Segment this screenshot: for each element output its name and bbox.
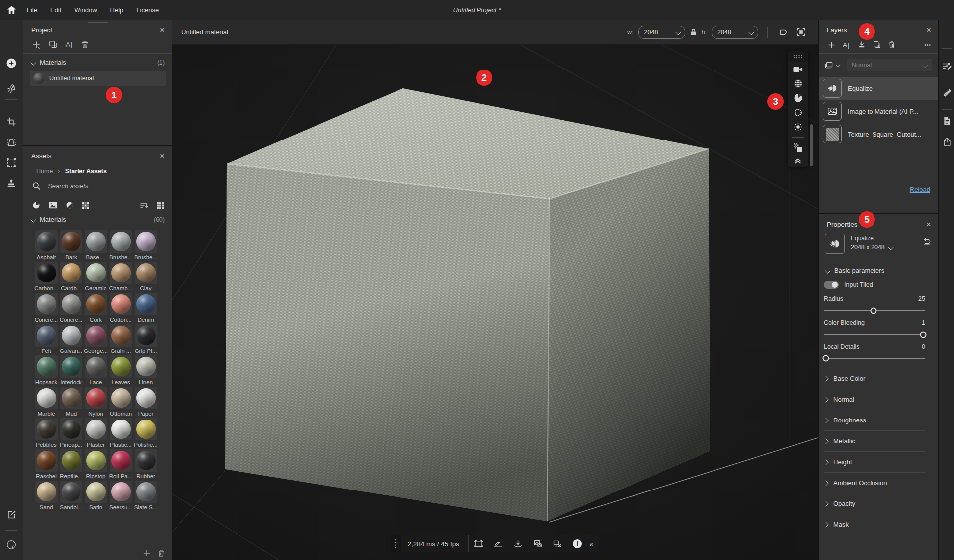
asset-material[interactable]: Roll Pa... (108, 449, 133, 479)
asset-material[interactable]: Galvan... (59, 324, 83, 354)
asset-material[interactable]: Raschel (34, 449, 59, 479)
asset-material[interactable]: Ceramic (83, 262, 108, 291)
add-project-button[interactable] (6, 58, 17, 69)
asset-material[interactable]: Denim (133, 293, 158, 323)
asset-material[interactable]: Plaster (83, 418, 108, 448)
asset-material[interactable]: Slate S... (133, 481, 158, 510)
asset-material[interactable]: Cork (83, 293, 108, 323)
display-mode-button[interactable] (788, 91, 808, 105)
close-icon[interactable]: × (926, 220, 931, 229)
filter-materials-icon[interactable] (32, 201, 40, 209)
input-tiled-toggle[interactable] (824, 281, 839, 289)
asset-material[interactable]: Nylon (83, 387, 108, 417)
fit-view-button[interactable] (469, 540, 488, 547)
2d-view-button[interactable] (777, 28, 791, 37)
asset-material[interactable]: Seersu... (108, 481, 133, 510)
asset-material[interactable]: Concre... (59, 293, 83, 323)
asset-material[interactable]: Ripstop (83, 449, 108, 479)
export-panel-button[interactable] (943, 137, 952, 146)
home-button[interactable] (0, 5, 23, 14)
project-material-row[interactable]: Untitled material (30, 71, 166, 86)
assets-materials-header[interactable]: Materials (60) (23, 211, 172, 227)
channel-section[interactable]: Mask (824, 514, 925, 535)
asset-material[interactable]: Pineap... (59, 418, 83, 448)
reload-link[interactable]: Reload (910, 186, 930, 193)
menu-item[interactable]: Edit (50, 6, 61, 14)
close-icon[interactable]: × (926, 26, 931, 34)
asset-material[interactable]: Sandbl... (59, 481, 83, 510)
info-button[interactable]: i (567, 539, 587, 548)
asset-material[interactable]: George... (83, 324, 108, 354)
notes-panel-button[interactable] (943, 116, 951, 126)
menu-item[interactable]: File (27, 6, 37, 14)
asset-material[interactable]: Cardb... (59, 262, 83, 291)
asset-material[interactable]: Asphalt (34, 230, 59, 260)
camera-button[interactable] (788, 62, 808, 76)
asset-material[interactable]: Leaves (108, 355, 133, 385)
asset-material[interactable]: Rubber (133, 449, 158, 479)
clone-stamp-tool-button[interactable] (6, 178, 17, 189)
environment-button[interactable] (788, 76, 808, 91)
asset-material[interactable]: Base ... (83, 230, 108, 260)
perspective-tool-button[interactable] (6, 137, 17, 148)
add-material-button[interactable] (32, 41, 40, 49)
asset-material[interactable]: Plastic... (108, 418, 133, 448)
asset-material[interactable]: Felt (34, 324, 59, 354)
width-dropdown[interactable]: 2048 (638, 26, 685, 39)
breadcrumb-home[interactable]: Home (36, 168, 53, 175)
slider-track[interactable] (824, 355, 925, 361)
collapse-toolbar-button[interactable] (788, 155, 808, 167)
mesh-shape-button[interactable] (788, 105, 808, 120)
rename-layer-button[interactable]: A| (843, 41, 850, 49)
channel-section[interactable]: Base Color (824, 368, 925, 389)
channel-section[interactable]: Opacity (824, 493, 925, 514)
transform-tool-button[interactable] (6, 157, 17, 168)
close-icon[interactable]: × (160, 152, 165, 160)
reset-button[interactable] (922, 234, 931, 246)
sort-icon[interactable] (140, 202, 148, 209)
height-dropdown[interactable]: 2048 (712, 26, 758, 39)
asset-material[interactable]: Grain ... (108, 324, 133, 354)
project-materials-header[interactable]: Materials (1) (23, 54, 172, 70)
panel-drag-handle[interactable] (88, 22, 108, 23)
asset-material[interactable]: Hopsack (34, 355, 59, 385)
measure-button[interactable] (942, 88, 952, 98)
add-icon[interactable] (143, 550, 150, 557)
share-export-button[interactable] (6, 509, 17, 520)
asset-material[interactable]: Marble (34, 387, 59, 417)
rename-button[interactable]: A| (66, 41, 73, 48)
menu-item[interactable]: Help (110, 6, 124, 14)
lock-icon[interactable] (690, 28, 697, 36)
duplicate-layer-button[interactable] (873, 41, 881, 49)
chevron-down-icon[interactable] (836, 63, 840, 67)
crop-tool-button[interactable] (6, 117, 17, 127)
duplicate-button[interactable] (49, 40, 57, 49)
filter-smart-materials-icon[interactable] (66, 201, 74, 209)
basic-parameters-header[interactable]: Basic parameters (819, 260, 938, 276)
asset-material[interactable]: Paper (133, 387, 158, 417)
asset-material[interactable]: Lace (83, 355, 108, 385)
search-input[interactable] (47, 182, 148, 190)
asset-material[interactable]: Carbon... (34, 262, 59, 291)
more-options-button[interactable]: ••• (924, 42, 931, 48)
asset-material[interactable]: Polishe... (133, 418, 158, 448)
getting-started-button[interactable] (6, 83, 17, 94)
grid-view-icon[interactable] (157, 202, 164, 209)
resolution-dropdown[interactable]: 2048 x 2048 (851, 244, 893, 251)
asset-material[interactable]: Ottoman (108, 387, 133, 417)
layer-row-equalize[interactable]: Equalize (819, 77, 938, 100)
viewport-3d-canvas[interactable] (172, 45, 818, 560)
filters-panel-button[interactable] (942, 62, 952, 71)
channel-section[interactable]: Metallic (824, 431, 925, 452)
asset-material[interactable]: Reptile... (59, 449, 83, 479)
slider-track[interactable] (824, 332, 925, 338)
asset-material[interactable]: Pebbles (34, 418, 59, 448)
gravity-button[interactable] (508, 540, 528, 548)
fullscreen-button[interactable] (795, 27, 807, 37)
asset-material[interactable]: Clay (133, 262, 158, 291)
render-settings-button[interactable] (528, 540, 548, 548)
channel-section[interactable]: Height (824, 452, 925, 473)
asset-material[interactable]: Cotton... (108, 293, 133, 323)
add-layer-button[interactable] (828, 41, 835, 49)
asset-material[interactable]: Mud (59, 387, 83, 417)
